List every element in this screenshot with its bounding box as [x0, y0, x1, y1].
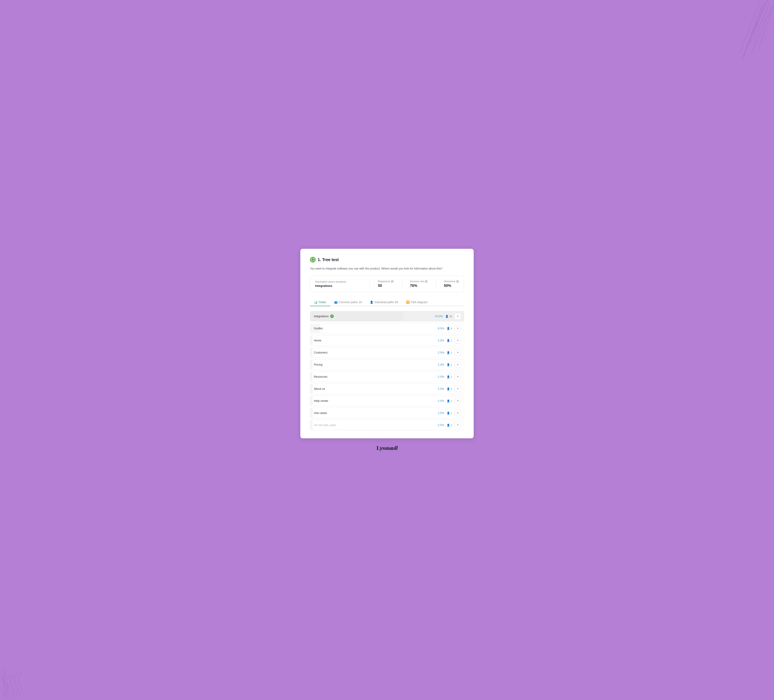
person-icon: 👤	[447, 400, 450, 403]
row-count: 👤 1	[447, 387, 452, 390]
row-label-text: Integrations	[314, 315, 329, 318]
row-label-text: About us	[314, 387, 325, 390]
row-count: 👤 1	[447, 375, 452, 378]
row-label-text: Guides	[314, 327, 323, 330]
row-meta: 2.0% 👤 1 ▼	[433, 362, 464, 368]
deco-top-right	[734, 0, 774, 60]
row-dropdown-button[interactable]: ▼	[455, 386, 461, 392]
table-row: Pricing 2.0% 👤 1 ▼	[310, 359, 464, 370]
stats-divider-2	[402, 280, 402, 288]
row-percent: 2.0%	[436, 399, 444, 403]
table-row: Help center 2.0% 👤 1 ▼	[310, 396, 464, 406]
row-bar	[310, 408, 313, 418]
paths-icon: 👥	[334, 300, 337, 304]
row-count: 👤 4	[447, 327, 452, 330]
person-icon: 👤	[447, 327, 450, 330]
individual-icon: 👤	[370, 300, 373, 304]
svg-line-2	[758, 4, 774, 50]
chart-icon: 📊	[314, 300, 318, 304]
row-count: 👤 1	[447, 339, 452, 342]
tab-individual-paths[interactable]: 👤 Individual paths 50	[366, 299, 402, 306]
row-percent: 2.0%	[436, 351, 444, 354]
row-label: Guides	[310, 324, 433, 333]
count-value: 1	[451, 351, 452, 354]
stat-success-rate: Success rate i 76%	[410, 280, 428, 288]
row-percent: 2.0%	[436, 387, 444, 390]
tab-path-diagram[interactable]: 🔀 Path diagram	[402, 299, 432, 306]
table-row: I'm not sure, pass 2.0% 👤 1 ▼	[310, 420, 464, 430]
row-dropdown-button[interactable]: ▼	[455, 373, 461, 380]
row-meta: 2.0% 👤 1 ▼	[433, 373, 464, 380]
row-dropdown-button[interactable]: ▼	[455, 410, 461, 416]
page-title: 1. Tree test	[318, 258, 339, 262]
stats-nominated: Nominated correct answer(s) Integrations	[315, 281, 362, 287]
row-label: Home	[310, 336, 433, 345]
row-label: Use cases	[310, 408, 433, 418]
responses-info-icon[interactable]: i	[391, 280, 394, 283]
row-meta: 2.0% 👤 1 ▼	[433, 349, 464, 356]
count-value: 1	[451, 411, 452, 414]
row-dropdown-button[interactable]: ▼	[455, 362, 461, 368]
svg-line-0	[754, 2, 770, 40]
row-percent: 2.0%	[436, 375, 444, 378]
stat-responses: Responses i 50	[378, 280, 394, 288]
responses-value: 50	[378, 284, 382, 288]
success-value: 76%	[410, 284, 417, 288]
row-label-text: Customers	[314, 351, 327, 354]
responses-label: Responses i	[378, 280, 394, 283]
row-dropdown-button[interactable]: ▼	[455, 422, 461, 428]
person-icon: 👤	[447, 375, 450, 378]
tab-common-paths[interactable]: 👥 Common paths 19	[330, 299, 366, 306]
row-label: Customers	[310, 348, 433, 357]
table-row: Resources 2.0% 👤 1 ▼	[310, 371, 464, 382]
row-meta: 2.0% 👤 1 ▼	[433, 337, 464, 343]
title-icon	[310, 257, 316, 262]
person-icon: 👤	[447, 411, 450, 414]
row-percent: 2.0%	[436, 423, 444, 427]
stat-directness: Directness i 50%	[444, 280, 459, 288]
count-value: 1	[451, 363, 452, 366]
nominated-label: Nominated correct answer(s)	[315, 281, 362, 283]
row-count: 👤 1	[447, 400, 452, 403]
row-count: 👤 1	[447, 363, 452, 366]
count-value: 1	[451, 387, 452, 390]
person-icon: 👤	[445, 315, 448, 318]
row-dropdown-button[interactable]: ▼	[455, 337, 461, 343]
row-percent: 2.0%	[436, 363, 444, 366]
row-percent: 2.0%	[436, 339, 444, 342]
table-row: Guides 8.0% 👤 4 ▼	[310, 323, 464, 333]
tabs-nav: 📊 Totals 👥 Common paths 19 👤 Individual …	[310, 299, 464, 306]
row-dropdown-button[interactable]: ▼	[455, 313, 461, 319]
row-label-text: Use cases	[314, 411, 327, 414]
main-card: 1. Tree test You want to integrate softw…	[300, 249, 474, 438]
row-dropdown-button[interactable]: ▼	[455, 325, 461, 332]
title-row: 1. Tree test	[310, 257, 464, 262]
directness-info-icon[interactable]: i	[456, 280, 459, 283]
row-bar	[310, 421, 313, 429]
row-label: Integrations	[310, 312, 432, 321]
tab-totals[interactable]: 📊 Totals	[310, 299, 330, 306]
directness-label: Directness i	[444, 280, 459, 283]
person-icon: 👤	[447, 424, 450, 427]
svg-line-5	[744, 3, 764, 56]
count-value: 1	[451, 339, 452, 342]
count-value: 38	[449, 315, 452, 318]
nominated-value: Integrations	[315, 284, 362, 287]
row-label: Pricing	[310, 360, 433, 369]
row-count: 👤 38	[445, 315, 452, 318]
svg-line-7	[740, 2, 760, 52]
deco-bottom-left	[0, 640, 40, 700]
row-bar	[310, 384, 313, 393]
row-dropdown-button[interactable]: ▼	[455, 349, 461, 356]
success-label: Success rate i	[410, 280, 428, 283]
success-info-icon[interactable]: i	[425, 280, 428, 283]
row-meta: 2.0% 👤 1 ▼	[433, 422, 464, 428]
row-bar	[310, 336, 313, 345]
row-count: 👤 1	[447, 424, 452, 427]
person-icon: 👤	[447, 339, 450, 342]
row-percent: 8.0%	[436, 327, 444, 330]
table-row: Customers 2.0% 👤 1 ▼	[310, 347, 464, 358]
row-label-text: Resources	[314, 375, 327, 378]
row-dropdown-button[interactable]: ▼	[455, 398, 461, 404]
rows-list: Integrations 76.0% 👤 38 ▼ Guides 8.0% 👤 …	[310, 311, 464, 430]
